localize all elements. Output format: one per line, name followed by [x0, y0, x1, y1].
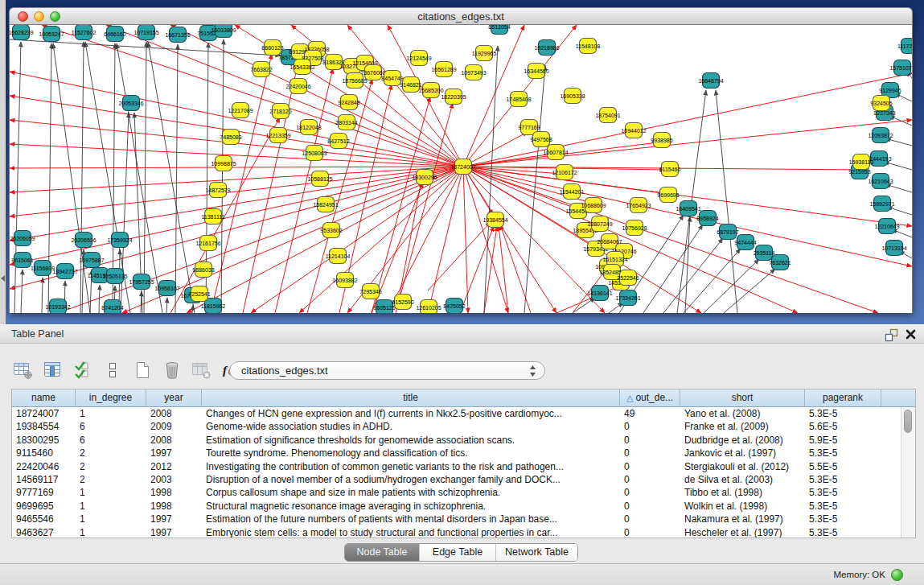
citation-edge-red[interactable]: [251, 167, 463, 313]
citation-edge-red[interactable]: [372, 97, 430, 313]
network-node-8741204[interactable]: 8741204: [101, 300, 123, 314]
network-node-12210649[interactable]: 12210649: [874, 219, 899, 234]
network-node-20053346[interactable]: 20053346: [118, 96, 143, 111]
network-node-6879197[interactable]: 6879197: [717, 225, 738, 240]
column-header-short[interactable]: short: [680, 389, 805, 406]
citation-edge-black[interactable]: [716, 90, 737, 313]
table-row[interactable]: 969969511998Structural magnetic resonanc…: [12, 500, 915, 513]
citation-edge-black[interactable]: [684, 249, 741, 313]
table-settings-icon[interactable]: [11, 359, 35, 381]
citation-edge-red[interactable]: [428, 222, 491, 290]
network-node-7663822[interactable]: 7663822: [250, 62, 272, 77]
network-window-titlebar[interactable]: citations_edges.txt: [9, 7, 913, 25]
network-node-9533602[interactable]: 9533602: [320, 223, 342, 238]
citation-edge-black[interactable]: [221, 39, 224, 313]
network-node-8813054[interactable]: 8813054: [488, 25, 510, 35]
network-node-11172755[interactable]: 11172755: [897, 39, 912, 54]
network-node-15824951[interactable]: 15824951: [313, 197, 338, 212]
column-header-name[interactable]: name: [12, 389, 76, 406]
network-node-17334261[interactable]: 17334261: [615, 290, 640, 306]
network-node-9938985[interactable]: 9938985: [651, 133, 672, 148]
table-row[interactable]: 946362711997Embryonic stem cells: a mode…: [12, 526, 915, 538]
network-node-16648794[interactable]: 16648794: [698, 73, 723, 89]
network-node-12610205[interactable]: 12610205: [416, 300, 441, 314]
network-node-16561289[interactable]: 16561289: [431, 62, 456, 77]
network-node-19384554[interactable]: 19384554: [483, 212, 507, 228]
citation-edge-red[interactable]: [463, 167, 468, 313]
network-node-10998875[interactable]: 10998875: [211, 156, 236, 171]
network-node-11381111[interactable]: 11381111: [201, 209, 224, 225]
row-options-icon[interactable]: [101, 359, 125, 381]
delete-table-icon[interactable]: [160, 359, 184, 381]
citation-edge-black[interactable]: [885, 184, 912, 192]
citation-edge-red[interactable]: [170, 117, 280, 313]
network-node-12217089[interactable]: 12217089: [228, 103, 253, 118]
network-node-7295340[interactable]: 7295340: [359, 284, 381, 299]
citation-edge-red[interactable]: [463, 132, 528, 167]
scrollbar-thumb[interactable]: [904, 410, 912, 433]
network-node-16671358[interactable]: 16671358: [165, 27, 190, 43]
network-canvas[interactable]: 1662823910053247115276026466160107191551…: [9, 25, 913, 313]
network-node-19218986[interactable]: 19218986: [534, 40, 559, 56]
network-node-10958107[interactable]: 10958107: [154, 281, 179, 296]
network-node-15685200[interactable]: 15685200: [418, 83, 443, 98]
citation-edge-black[interactable]: [704, 259, 759, 313]
tab-node-table[interactable]: Node Table: [345, 544, 420, 561]
network-node-16093882[interactable]: 16093882: [332, 273, 357, 288]
network-node-7252541[interactable]: 7252541: [188, 286, 210, 302]
citation-edge-red[interactable]: [500, 225, 531, 313]
select-columns-icon[interactable]: [71, 359, 95, 381]
table-row[interactable]: 911546021997Tourette syndrome. Phenomeno…: [12, 447, 915, 459]
network-node-10973493[interactable]: 10973493: [461, 65, 486, 80]
column-header-out_de[interactable]: △out_de...: [620, 389, 680, 406]
network-node-12124549[interactable]: 12124549: [406, 51, 431, 66]
table-vertical-scrollbar[interactable]: [901, 407, 915, 538]
column-header-year[interactable]: year: [146, 389, 202, 406]
citation-edge-black[interactable]: [166, 298, 167, 313]
network-node-11929965[interactable]: 11929965: [472, 46, 497, 61]
citation-edge-red[interactable]: [42, 25, 463, 167]
citation-edge-black[interactable]: [573, 298, 595, 313]
citation-edge-black[interactable]: [144, 42, 146, 313]
network-node-8958924[interactable]: 8958924: [696, 211, 718, 226]
column-header-title[interactable]: title: [202, 389, 620, 406]
network-node-11544201[interactable]: 11544201: [560, 184, 585, 200]
citation-edge-black[interactable]: [724, 269, 775, 313]
citation-edge-red[interactable]: [460, 226, 494, 313]
table-row[interactable]: 1872400712008Changes of HCN gene express…: [12, 407, 915, 420]
network-node-14872579[interactable]: 14872579: [205, 183, 230, 198]
network-node-6466160[interactable]: 6466160: [104, 27, 125, 42]
citation-edge-black[interactable]: [643, 225, 703, 313]
network-node-8660123[interactable]: 8660123: [261, 40, 283, 56]
network-node-9497568[interactable]: 9497568: [530, 132, 552, 147]
network-node-12508063[interactable]: 12508063: [302, 146, 326, 161]
network-node-17654923[interactable]: 17654923: [626, 198, 651, 213]
citation-edge-red[interactable]: [10, 167, 463, 168]
network-node-9115460[interactable]: 9115460: [659, 162, 681, 177]
citation-edge-black[interactable]: [192, 305, 193, 313]
network-node-10756928[interactable]: 10756928: [622, 220, 647, 236]
network-node-16628239[interactable]: 16628239: [10, 25, 34, 40]
tab-network-table[interactable]: Network Table: [496, 544, 577, 561]
citation-edge-red[interactable]: [10, 144, 463, 167]
citation-edge-red[interactable]: [399, 180, 421, 299]
show-columns-icon[interactable]: [41, 359, 65, 381]
network-node-9886038[interactable]: 9886038: [192, 262, 214, 278]
network-node-8427512[interactable]: 8427512: [327, 134, 349, 149]
network-node-9152590[interactable]: 9152590: [392, 295, 413, 310]
network-node-7632621[interactable]: 7632621: [769, 255, 791, 270]
citation-edge-black[interactable]: [42, 278, 43, 313]
network-node-16944012[interactable]: 16944012: [621, 123, 646, 138]
network-node-18220395[interactable]: 18220395: [441, 89, 466, 105]
network-node-2803144[interactable]: 2803144: [335, 115, 357, 130]
network-node-17359924[interactable]: 17359924: [107, 233, 132, 248]
table-row[interactable]: 1456911722003Disruption of a novel membe…: [12, 473, 915, 486]
network-node-2718120[interactable]: 2718120: [269, 104, 291, 119]
float-panel-icon[interactable]: [885, 328, 898, 342]
network-node-7485083[interactable]: 7485083: [220, 130, 241, 145]
column-header-pagerank[interactable]: pagerank: [805, 389, 881, 406]
network-node-11548108[interactable]: 11548108: [576, 39, 601, 54]
network-node-17485408[interactable]: 17485408: [506, 92, 531, 107]
tab-edge-table[interactable]: Edge Table: [420, 544, 496, 561]
network-node-10053247[interactable]: 10053247: [39, 27, 64, 42]
